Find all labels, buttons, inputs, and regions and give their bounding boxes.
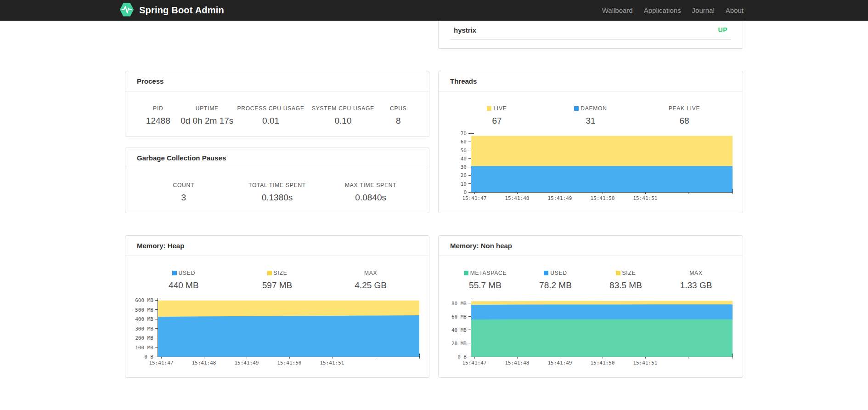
stat-nonheap-used: USED 78.2 MB xyxy=(520,270,591,290)
nav-link-journal[interactable]: Journal xyxy=(687,6,720,14)
stat-threads-daemon: DAEMON 31 xyxy=(544,105,637,126)
svg-text:20 MB: 20 MB xyxy=(451,341,467,347)
nav-links: Wallboard Applications Journal About xyxy=(597,6,749,14)
navbar: Spring Boot Admin Wallboard Applications… xyxy=(0,0,868,21)
svg-text:15:41:47: 15:41:47 xyxy=(462,360,487,366)
process-panel: Process PID 12488 UPTIME 0d 0h 2m 17s PR… xyxy=(125,71,429,137)
nav-link-applications[interactable]: Applications xyxy=(638,6,687,14)
svg-text:10: 10 xyxy=(461,181,467,187)
svg-text:40 MB: 40 MB xyxy=(451,327,467,333)
svg-text:200 MB: 200 MB xyxy=(135,335,153,341)
used-swatch-icon xyxy=(172,271,177,275)
stat-heap-max: MAX 4.25 GB xyxy=(324,270,417,290)
stat-pid: PID 12488 xyxy=(137,105,180,126)
svg-text:0: 0 xyxy=(463,189,467,195)
svg-text:500 MB: 500 MB xyxy=(135,307,153,313)
stat-threads-peak-live: PEAK LIVE 68 xyxy=(637,105,731,126)
memory-nonheap-panel: Memory: Non heap METASPACE 55.7 MB USED … xyxy=(438,235,743,378)
svg-text:15:41:48: 15:41:48 xyxy=(505,360,530,366)
svg-text:100 MB: 100 MB xyxy=(135,345,153,351)
svg-text:15:41:49: 15:41:49 xyxy=(548,360,572,366)
stat-process-cpu-usage: PROCESS CPU USAGE 0.01 xyxy=(235,105,307,126)
svg-text:50: 50 xyxy=(461,148,467,154)
svg-text:400 MB: 400 MB xyxy=(135,316,153,322)
memory-nonheap-panel-title: Memory: Non heap xyxy=(439,236,743,256)
stat-threads-live: LIVE 67 xyxy=(450,105,544,126)
svg-text:60 MB: 60 MB xyxy=(451,314,467,320)
svg-text:0 B: 0 B xyxy=(457,354,467,360)
svg-text:0 B: 0 B xyxy=(144,354,153,360)
svg-text:300 MB: 300 MB xyxy=(135,326,153,332)
stat-nonheap-metaspace: METASPACE 55.7 MB xyxy=(450,270,520,290)
gc-panel-title: Garbage Collection Pauses xyxy=(125,148,429,168)
svg-text:15:41:50: 15:41:50 xyxy=(591,360,615,366)
spring-boot-admin-logo-icon xyxy=(119,1,135,20)
svg-text:15:41:50: 15:41:50 xyxy=(591,195,615,201)
svg-text:15:41:49: 15:41:49 xyxy=(235,360,259,366)
page: Spring Boot Admin Wallboard Applications… xyxy=(0,0,868,410)
threads-panel-title: Threads xyxy=(439,71,743,91)
stat-heap-used: USED 440 MB xyxy=(137,270,231,290)
daemon-swatch-icon xyxy=(574,106,579,111)
stat-nonheap-size: SIZE 83.5 MB xyxy=(591,270,661,290)
size-swatch-icon xyxy=(616,271,620,275)
status-badge: UP xyxy=(718,26,727,34)
stat-gc-max-time: MAX TIME SPENT 0.0840s xyxy=(324,182,417,203)
svg-text:30: 30 xyxy=(461,164,467,170)
applications-panel: hystrix UP xyxy=(438,21,743,49)
nav-link-about[interactable]: About xyxy=(720,6,749,14)
threads-legend: LIVE 67 DAEMON 31 PEAK LIVE 68 xyxy=(439,91,743,126)
application-row[interactable]: hystrix UP xyxy=(450,21,731,40)
gc-panel: Garbage Collection Pauses COUNT 3 TOTAL … xyxy=(125,148,429,213)
live-swatch-icon xyxy=(487,106,491,111)
threads-panel: Threads LIVE 67 DAEMON 31 PEAK LIVE 68 xyxy=(438,71,743,213)
svg-text:15:41:47: 15:41:47 xyxy=(462,195,487,201)
brand-title: Spring Boot Admin xyxy=(139,5,224,16)
process-stats: PID 12488 UPTIME 0d 0h 2m 17s PROCESS CP… xyxy=(125,91,429,126)
application-name[interactable]: hystrix xyxy=(454,26,476,34)
svg-text:20: 20 xyxy=(461,172,467,178)
stat-nonheap-max: MAX 1.33 GB xyxy=(661,270,731,290)
memory-nonheap-legend: METASPACE 55.7 MB USED 78.2 MB SIZE 83.5… xyxy=(439,256,743,290)
brand[interactable]: Spring Boot Admin xyxy=(119,1,224,20)
svg-text:80 MB: 80 MB xyxy=(451,301,467,307)
memory-heap-chart: 0 B100 MB200 MB300 MB400 MB500 MB600 MB1… xyxy=(125,294,429,371)
nav-link-wallboard[interactable]: Wallboard xyxy=(597,6,638,14)
svg-text:15:41:51: 15:41:51 xyxy=(633,195,658,201)
stat-system-cpu-usage: SYSTEM CPU USAGE 0.10 xyxy=(307,105,379,126)
memory-heap-panel-title: Memory: Heap xyxy=(125,236,429,256)
memory-heap-panel: Memory: Heap USED 440 MB SIZE 597 MB MAX xyxy=(125,235,429,378)
threads-chart: 01020304050607015:41:4715:41:4815:41:491… xyxy=(439,130,743,207)
size-swatch-icon xyxy=(267,271,272,275)
used-swatch-icon xyxy=(544,271,548,275)
memory-heap-legend: USED 440 MB SIZE 597 MB MAX 4.25 GB xyxy=(125,256,429,290)
svg-text:15:41:51: 15:41:51 xyxy=(633,360,658,366)
svg-text:15:41:48: 15:41:48 xyxy=(192,360,216,366)
stat-uptime: UPTIME 0d 0h 2m 17s xyxy=(180,105,235,126)
svg-text:15:41:50: 15:41:50 xyxy=(277,360,302,366)
stat-gc-total-time: TOTAL TIME SPENT 0.1380s xyxy=(231,182,324,203)
svg-text:600 MB: 600 MB xyxy=(135,297,153,303)
metaspace-swatch-icon xyxy=(464,271,468,275)
svg-text:15:41:51: 15:41:51 xyxy=(320,360,344,366)
stat-gc-count: COUNT 3 xyxy=(137,182,231,203)
svg-text:15:41:47: 15:41:47 xyxy=(149,360,174,366)
svg-text:60: 60 xyxy=(461,139,467,145)
process-panel-title: Process xyxy=(125,71,429,91)
memory-nonheap-chart: 0 B20 MB40 MB60 MB80 MB15:41:4715:41:481… xyxy=(439,294,743,371)
svg-text:40: 40 xyxy=(461,156,467,162)
svg-text:15:41:48: 15:41:48 xyxy=(505,195,530,201)
svg-text:15:41:49: 15:41:49 xyxy=(548,195,572,201)
gc-stats: COUNT 3 TOTAL TIME SPENT 0.1380s MAX TIM… xyxy=(125,168,429,203)
stat-heap-size: SIZE 597 MB xyxy=(231,270,324,290)
stat-cpus: CPUS 8 xyxy=(379,105,417,126)
svg-text:70: 70 xyxy=(461,131,467,137)
